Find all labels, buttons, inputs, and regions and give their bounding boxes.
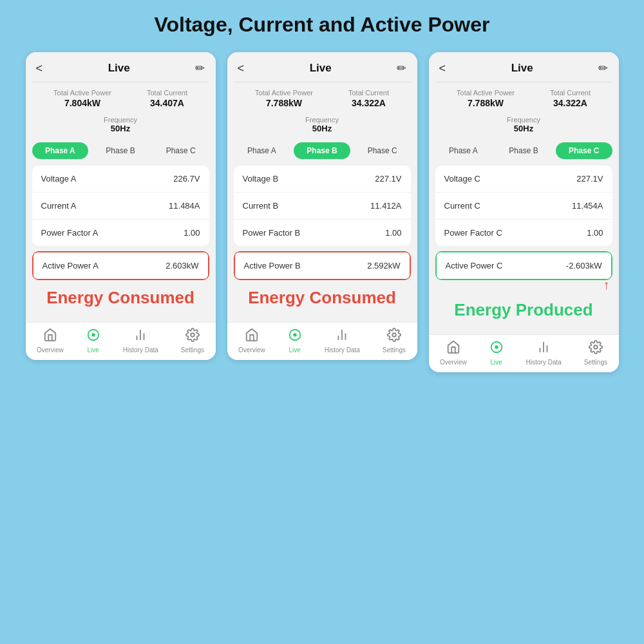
active-power-value: 2.592kW: [367, 261, 400, 270]
phase-btn-phase-a[interactable]: Phase A: [234, 142, 290, 159]
nav-label: Settings: [181, 346, 204, 354]
nav-label: History Data: [123, 346, 158, 354]
up-arrow-icon: ↑: [603, 278, 610, 292]
total-active-power-value: 7.804kW: [53, 98, 111, 108]
data-row: Current C 11.454A: [435, 193, 612, 220]
screen-title: Live: [310, 62, 332, 75]
nav-item-overview[interactable]: Overview: [238, 328, 265, 354]
nav-item-history-data[interactable]: History Data: [325, 328, 360, 354]
screen-title: Live: [511, 62, 533, 75]
phase-selector: Phase APhase BPhase C: [429, 138, 619, 166]
nav-item-live[interactable]: Live: [86, 328, 100, 354]
total-active-power-label: Total Active Power: [255, 89, 313, 97]
phone-1: < Live ✏ Total Active Power 7.804kW Tota…: [26, 52, 216, 360]
edit-button[interactable]: ✏: [598, 61, 608, 75]
phase-btn-phase-b[interactable]: Phase B: [294, 142, 350, 159]
live-icon: [86, 328, 100, 345]
row-value: 226.7V: [173, 174, 200, 184]
data-row: Power Factor B 1.00: [234, 220, 411, 246]
row-value: 1.00: [184, 228, 200, 238]
chart-icon: [335, 328, 349, 345]
row-value: 11.412A: [370, 201, 401, 211]
row-label: Voltage A: [41, 174, 77, 184]
chart-icon: [133, 328, 147, 345]
edit-button[interactable]: ✏: [195, 61, 205, 75]
nav-label: History Data: [325, 346, 360, 354]
phase-btn-phase-c[interactable]: Phase C: [354, 142, 411, 159]
svg-point-5: [191, 333, 194, 337]
active-power-label: Active Power C: [446, 261, 503, 270]
nav-item-settings[interactable]: Settings: [181, 328, 204, 354]
nav-item-overview[interactable]: Overview: [37, 328, 64, 354]
data-section: Voltage B 227.1V Current B 11.412A Power…: [234, 166, 411, 246]
phase-selector: Phase APhase BPhase C: [26, 138, 216, 166]
total-current-block: Total Current 34.407A: [147, 89, 187, 108]
phone-2: < Live ✏ Total Active Power 7.788kW Tota…: [227, 52, 417, 360]
edit-button[interactable]: ✏: [397, 61, 406, 75]
total-active-power-label: Total Active Power: [457, 89, 515, 97]
total-current-label: Total Current: [550, 89, 591, 97]
nav-item-overview[interactable]: Overview: [440, 340, 467, 366]
back-button[interactable]: <: [439, 62, 446, 75]
frequency-block: Frequency 50Hz: [26, 112, 216, 138]
nav-item-history-data[interactable]: History Data: [526, 340, 562, 366]
row-label: Current A: [41, 201, 77, 211]
phase-btn-phase-c[interactable]: Phase C: [556, 142, 612, 159]
back-button[interactable]: <: [36, 62, 43, 75]
nav-item-settings[interactable]: Settings: [584, 340, 607, 366]
phase-btn-phase-c[interactable]: Phase C: [153, 142, 209, 159]
phase-btn-phase-b[interactable]: Phase B: [495, 142, 552, 159]
bottom-nav: Overview Live History Data Settings: [227, 322, 417, 360]
nav-item-settings[interactable]: Settings: [383, 328, 406, 354]
row-value: 1.00: [587, 228, 603, 238]
frequency-value: 50Hz: [227, 124, 417, 133]
nav-label: Overview: [440, 359, 467, 366]
back-button[interactable]: <: [238, 62, 245, 75]
row-label: Current B: [243, 201, 279, 211]
active-power-row: Active Power A 2.603kW: [32, 251, 209, 280]
nav-item-live[interactable]: Live: [288, 328, 302, 354]
total-current-value: 34.322A: [348, 98, 389, 108]
frequency-label: Frequency: [429, 116, 619, 124]
phase-btn-phase-b[interactable]: Phase B: [92, 142, 149, 159]
live-icon: [489, 340, 504, 357]
nav-label: Settings: [584, 359, 607, 366]
total-current-label: Total Current: [348, 89, 389, 97]
arrow-container: ↑: [429, 278, 619, 292]
total-current-value: 34.407A: [147, 98, 187, 108]
active-power-value: -2.603kW: [566, 261, 602, 270]
phone-3: < Live ✏ Total Active Power 7.788kW Tota…: [429, 52, 619, 372]
nav-item-history-data[interactable]: History Data: [123, 328, 158, 354]
row-value: 227.1V: [375, 174, 401, 184]
nav-item-live[interactable]: Live: [489, 340, 504, 366]
total-active-power-value: 7.788kW: [457, 98, 515, 108]
nav-label: Overview: [37, 346, 64, 354]
total-current-value: 34.322A: [550, 98, 591, 108]
phase-btn-phase-a[interactable]: Phase A: [32, 142, 89, 159]
active-power-row: Active Power C -2.603kW: [435, 251, 612, 280]
home-icon: [446, 340, 460, 357]
chart-icon: [536, 340, 551, 357]
bottom-nav: Overview Live History Data Settings: [26, 322, 216, 360]
svg-point-17: [594, 345, 598, 349]
nav-label: Live: [491, 359, 502, 366]
row-label: Power Factor C: [444, 228, 502, 238]
total-current-block: Total Current 34.322A: [550, 89, 591, 108]
data-row: Voltage A 226.7V: [32, 166, 209, 193]
bottom-nav: Overview Live History Data Settings: [429, 334, 619, 372]
svg-point-13: [495, 345, 498, 349]
total-current-block: Total Current 34.322A: [348, 89, 389, 108]
svg-point-1: [91, 333, 95, 337]
row-value: 11.484A: [169, 201, 200, 211]
nav-label: Overview: [238, 346, 265, 354]
stats-row: Total Active Power 7.788kW Total Current…: [429, 82, 619, 112]
data-row: Power Factor C 1.00: [435, 220, 612, 246]
active-power-label: Active Power A: [43, 261, 99, 270]
live-icon: [288, 328, 302, 345]
frequency-label: Frequency: [227, 116, 417, 124]
energy-label: Energy Produced: [429, 292, 619, 329]
stats-row: Total Active Power 7.788kW Total Current…: [227, 82, 417, 112]
row-value: 11.454A: [572, 201, 603, 211]
nav-label: Settings: [383, 346, 406, 354]
phase-btn-phase-a[interactable]: Phase A: [435, 142, 492, 159]
